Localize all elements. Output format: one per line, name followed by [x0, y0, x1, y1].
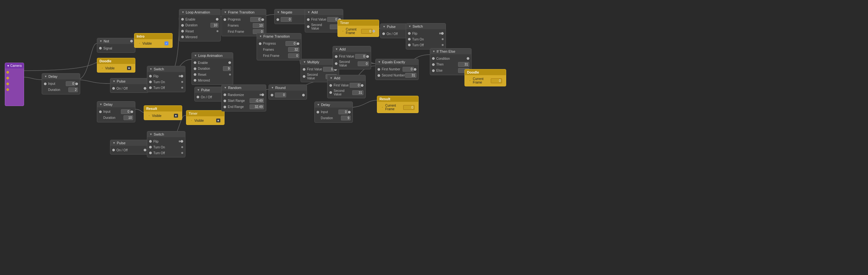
random-endrange-value[interactable]: [250, 104, 264, 109]
frametrans2-progress-port[interactable]: [259, 43, 261, 45]
frametrans2-frames-value[interactable]: [288, 47, 299, 52]
pulse2-output-port[interactable]: [144, 149, 146, 151]
camera-port-3[interactable]: [6, 83, 9, 85]
delay2-output-port[interactable]: [130, 111, 133, 113]
switch2-turnoff-port[interactable]: [149, 152, 152, 154]
ifthen-condition-port[interactable]: [432, 57, 435, 60]
equals-secondnum-value[interactable]: [405, 73, 416, 78]
switch1-turnon-port[interactable]: [149, 81, 152, 83]
switch1-turnoff-port[interactable]: [149, 86, 152, 89]
not-signal-port[interactable]: [99, 47, 102, 50]
multiply-firstval-port[interactable]: [303, 68, 305, 71]
add2-output-port[interactable]: [366, 55, 369, 58]
ifthen-then-value[interactable]: [458, 62, 469, 67]
camera-port-4[interactable]: [6, 88, 9, 91]
intro-input-port[interactable]: [138, 42, 141, 45]
add3-firstval-value[interactable]: [350, 83, 361, 88]
result1-input-port[interactable]: [148, 114, 150, 117]
loop2-duration-port[interactable]: [194, 67, 196, 70]
loop2-reset-port[interactable]: [194, 73, 196, 76]
add3-output-port[interactable]: [361, 84, 364, 87]
timer2-output-port[interactable]: [372, 30, 375, 32]
pulse3-input-port[interactable]: [197, 96, 199, 98]
switch1-out-port[interactable]: [181, 75, 183, 77]
frametrans1-progress-port[interactable]: [224, 18, 226, 21]
add3-secondval-value[interactable]: [352, 90, 364, 95]
switch2-turnon-port[interactable]: [149, 146, 152, 148]
frametrans1-progress-value[interactable]: [250, 17, 261, 22]
add3-secondval-port[interactable]: [330, 91, 332, 94]
negate-input-port[interactable]: [277, 18, 279, 21]
delay2-input-value[interactable]: [121, 109, 130, 114]
add3-firstval-port[interactable]: [330, 84, 332, 87]
result2-currentframe-value[interactable]: [403, 105, 414, 110]
round-value[interactable]: [275, 92, 286, 97]
delay1-duration-value[interactable]: [68, 87, 78, 92]
equals-firstnum-port[interactable]: [377, 68, 380, 71]
random-output-port[interactable]: [261, 93, 264, 96]
random-start-port[interactable]: [224, 100, 226, 102]
doodle2-currentframe-value[interactable]: [491, 78, 502, 83]
frametrans2-firstframe-value[interactable]: [288, 53, 299, 58]
add1-firstval-port[interactable]: [307, 18, 310, 21]
delay1-output-port[interactable]: [75, 83, 78, 85]
loop2-output-port[interactable]: [228, 61, 231, 64]
delay3-output-port[interactable]: [348, 111, 350, 113]
pulse1-output-port[interactable]: [144, 87, 146, 90]
add2-secondval-port[interactable]: [335, 62, 337, 65]
add2-secondval-value[interactable]: [358, 61, 369, 66]
equals-firstnum-value[interactable]: [403, 67, 414, 72]
switch2-out-port[interactable]: [181, 140, 183, 143]
pulse1-input-port[interactable]: [112, 87, 115, 90]
equals-output-port[interactable]: [414, 68, 416, 71]
add1-secondval-port[interactable]: [307, 25, 310, 28]
doodle2-input-port[interactable]: [469, 79, 471, 82]
timer2-currentframe-value[interactable]: [361, 29, 372, 34]
add1-firstval-value[interactable]: [327, 17, 338, 22]
result2-input-port[interactable]: [381, 106, 384, 109]
delay2-input-port[interactable]: [99, 111, 102, 113]
frametrans1-output-port[interactable]: [261, 18, 264, 21]
switch2-flip-port[interactable]: [149, 140, 152, 143]
loop2-duration-value[interactable]: [223, 66, 231, 71]
random-randomize-port[interactable]: [224, 93, 226, 96]
pulse2-input-port[interactable]: [112, 149, 115, 151]
camera-port-1[interactable]: [6, 71, 9, 74]
switch3-turnoff-port[interactable]: [408, 44, 411, 46]
multiply-secondval-port[interactable]: [303, 75, 305, 78]
ifthen-output-port[interactable]: [467, 57, 469, 60]
equals-secondnum-port[interactable]: [377, 74, 380, 77]
loop1-duration-port[interactable]: [181, 24, 184, 27]
loop1-mirrored-port[interactable]: [181, 36, 184, 38]
delay2-duration-value[interactable]: [124, 115, 133, 120]
loop1-reset-port[interactable]: [181, 30, 184, 32]
delay3-duration-value[interactable]: [341, 116, 350, 120]
switch3-turnon-port[interactable]: [408, 38, 411, 40]
delay3-input-port[interactable]: [317, 111, 319, 113]
negate-value[interactable]: [281, 17, 292, 22]
loop2-mirrored-port[interactable]: [194, 79, 196, 82]
node-canvas[interactable]: ▼ Camera ▼ Delay Input: [0, 0, 868, 275]
frametrans1-frames-value[interactable]: [253, 23, 264, 28]
round-output-port[interactable]: [302, 94, 305, 97]
delay1-input-value[interactable]: [66, 81, 75, 86]
switch1-flip-port[interactable]: [149, 75, 152, 77]
add2-firstval-value[interactable]: [355, 54, 366, 59]
random-startrange-value[interactable]: [250, 98, 264, 103]
frametrans2-output-port[interactable]: [297, 43, 299, 45]
timer1-input-port[interactable]: [190, 119, 193, 122]
switch3-flip-port[interactable]: [408, 32, 411, 35]
ifthen-then-port[interactable]: [432, 63, 435, 66]
random-end-port[interactable]: [224, 106, 226, 108]
ifthen-else-port[interactable]: [432, 70, 435, 72]
doodle1-input-port[interactable]: [101, 67, 103, 70]
delay1-input-port[interactable]: [44, 83, 46, 85]
intro-visible-check[interactable]: ✓: [164, 42, 168, 45]
timer2-input-port[interactable]: [342, 30, 344, 32]
add2-firstval-port[interactable]: [335, 55, 337, 58]
loop1-output-port[interactable]: [216, 18, 218, 21]
not-output-port[interactable]: [130, 40, 133, 43]
pulse4-input-port[interactable]: [382, 32, 385, 35]
loop1-enable-port[interactable]: [181, 18, 184, 21]
loop1-duration-value[interactable]: [210, 23, 218, 28]
